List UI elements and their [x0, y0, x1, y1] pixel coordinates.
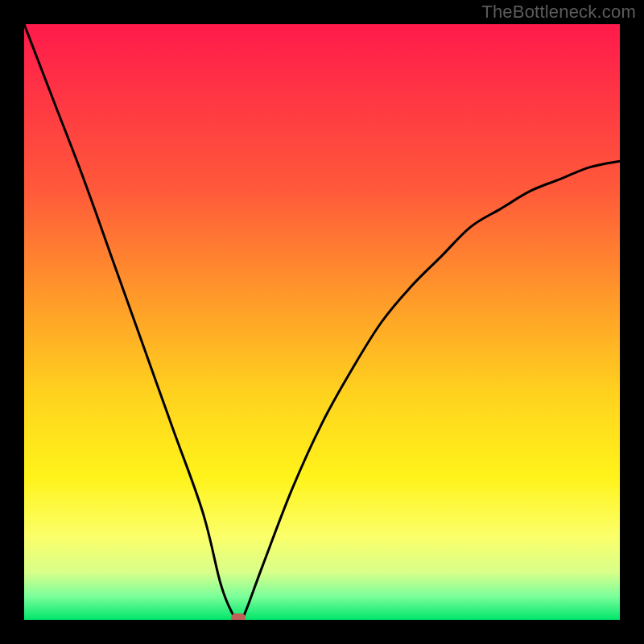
- curve-svg: [24, 24, 620, 620]
- bottleneck-curve: [24, 24, 620, 620]
- watermark-text: TheBottleneck.com: [481, 2, 636, 23]
- minimum-marker: [231, 613, 246, 620]
- plot-area: [24, 24, 620, 620]
- chart-frame: TheBottleneck.com: [0, 0, 644, 644]
